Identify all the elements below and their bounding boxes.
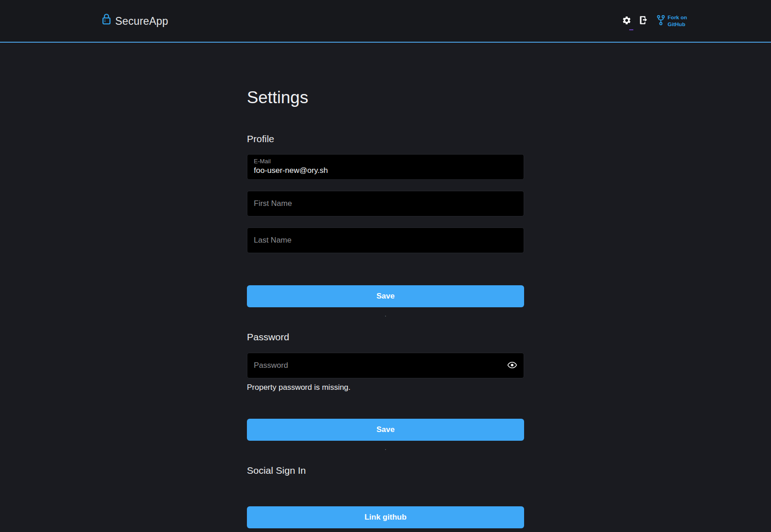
password-input[interactable] (247, 353, 524, 378)
lock-icon (102, 14, 111, 27)
profile-divider-dot: . (247, 311, 524, 318)
social-sign-in-heading: Social Sign In (247, 465, 524, 477)
password-visibility-toggle[interactable] (506, 360, 518, 371)
settings-page: Settings Profile E-Mail Save . Password … (247, 87, 524, 528)
profile-save-button[interactable]: Save (247, 285, 524, 307)
logout-icon (638, 15, 648, 27)
first-name-input[interactable] (247, 191, 524, 216)
password-heading: Password (247, 331, 524, 343)
last-name-input[interactable] (247, 227, 524, 253)
active-link-underline (629, 29, 633, 30)
fork-link-line2: GitHub (668, 22, 685, 27)
link-github-button[interactable]: Link github (247, 506, 524, 528)
email-input[interactable] (254, 165, 517, 175)
email-field-group: E-Mail (247, 154, 524, 180)
navbar: SecureApp (0, 0, 771, 43)
fork-link-label: Fork on GitHub (668, 14, 687, 27)
password-error-message: Property password is missing. (247, 383, 524, 392)
last-name-field-group (247, 227, 524, 253)
brand[interactable]: SecureApp (102, 14, 168, 28)
password-save-button[interactable]: Save (247, 419, 524, 441)
email-label: E-Mail (254, 158, 517, 165)
eye-icon (507, 360, 517, 371)
navbar-actions: Fork on GitHub (622, 14, 687, 27)
password-field-group (247, 353, 524, 378)
page-title: Settings (247, 87, 524, 108)
first-name-field-group (247, 191, 524, 216)
brand-label: SecureApp (115, 14, 168, 28)
password-divider-dot: . (247, 444, 524, 452)
logout-button[interactable] (638, 16, 648, 26)
profile-heading: Profile (247, 133, 524, 145)
fork-link-line1: Fork on (668, 15, 687, 20)
settings-button[interactable] (622, 16, 632, 26)
gear-icon (622, 16, 631, 27)
fork-on-github-link[interactable]: Fork on GitHub (657, 14, 687, 27)
fork-icon (657, 15, 665, 28)
